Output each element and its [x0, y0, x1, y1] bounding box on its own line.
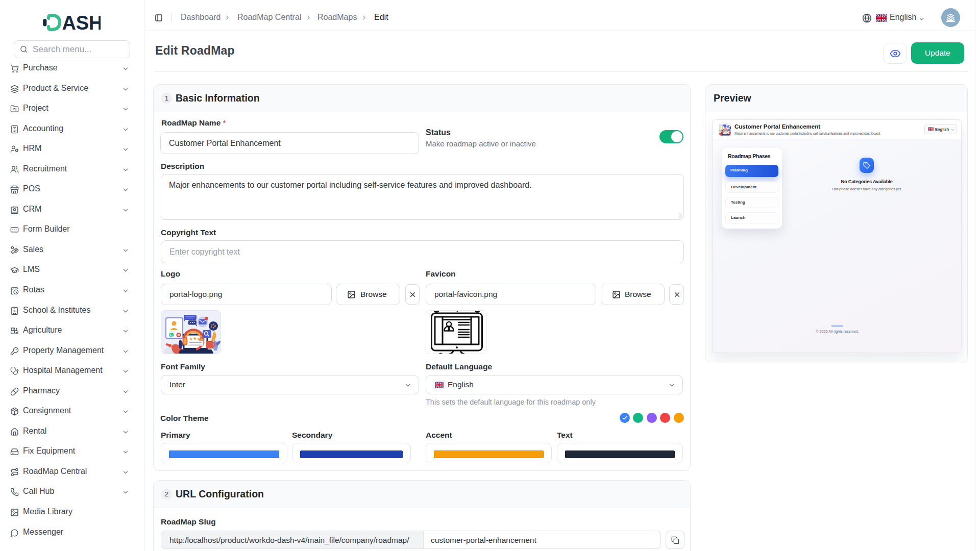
svg-text:ASH: ASH — [62, 12, 101, 33]
